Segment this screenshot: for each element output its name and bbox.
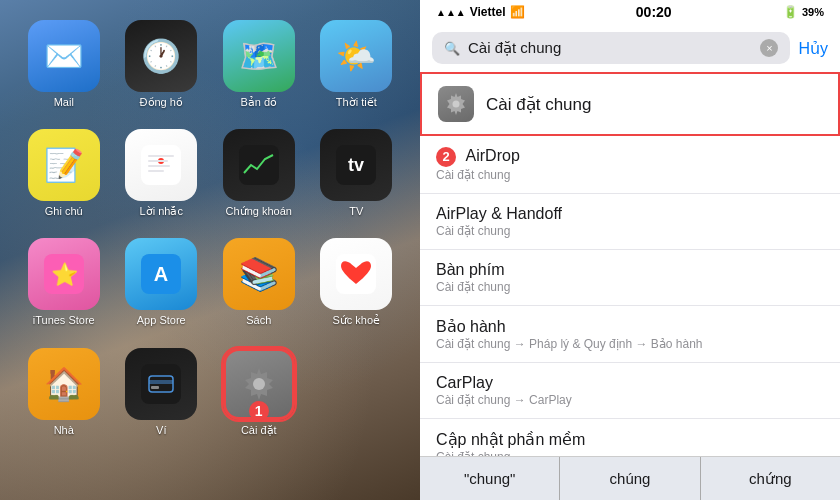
svg-point-19 [253, 378, 265, 390]
carrier-label: Viettel [470, 5, 506, 19]
carplay-subtitle: Cài đặt chung → CarPlay [436, 393, 824, 407]
maps-label: Bản đồ [240, 96, 277, 109]
app-item-health[interactable]: Sức khoẻ [313, 238, 401, 327]
settings-gear-icon [438, 86, 474, 122]
wallet-icon[interactable] [125, 348, 197, 420]
result-row-airplay[interactable]: AirPlay & Handoff Cài đặt chung [420, 194, 840, 250]
search-bar-container: 🔍 Cài đặt chung × Hủy [420, 24, 840, 72]
app-grid: ✉️ Mail 🕐 Đồng hồ 🗺️ Bản đồ 🌤️ Thời tiết… [20, 20, 400, 437]
weather-icon[interactable]: 🌤️ [320, 20, 392, 92]
svg-rect-16 [149, 380, 173, 384]
result-row-warranty[interactable]: Bảo hành Cài đặt chung → Pháp lý & Quy đ… [420, 306, 840, 363]
warranty-title: Bảo hành [436, 317, 824, 336]
tv-icon[interactable]: tv [320, 129, 392, 201]
books-label: Sách [246, 314, 271, 327]
softwareupdate-title: Cập nhật phần mềm [436, 430, 824, 449]
warranty-subtitle: Cài đặt chung → Pháp lý & Quy định → Bảo… [436, 337, 824, 351]
app-item-notes[interactable]: 📝 Ghi chú [20, 129, 108, 218]
results-list: Cài đặt chung 2 AirDrop Cài đặt chung Ai… [420, 72, 840, 456]
app-item-wallet[interactable]: Ví [118, 348, 206, 437]
search-icon: 🔍 [444, 41, 460, 56]
time-display: 00:20 [636, 4, 672, 20]
left-panel: ✉️ Mail 🕐 Đồng hồ 🗺️ Bản đồ 🌤️ Thời tiết… [0, 0, 420, 500]
books-icon[interactable]: 📚 [223, 238, 295, 310]
step1-badge: 1 [249, 401, 269, 421]
svg-point-21 [453, 101, 460, 108]
appstore-icon[interactable]: A [125, 238, 197, 310]
clear-button[interactable]: × [760, 39, 778, 57]
clock-icon[interactable]: 🕐 [125, 20, 197, 92]
result-row-carplay[interactable]: CarPlay Cài đặt chung → CarPlay [420, 363, 840, 419]
kbd-suggestion-0[interactable]: "chung" [420, 457, 560, 500]
svg-text:tv: tv [348, 155, 364, 175]
app-item-reminders[interactable]: Lời nhắc [118, 129, 206, 218]
battery-label: 39% [802, 6, 824, 18]
status-left: ▲▲▲ Viettel 📶 [436, 5, 525, 19]
home-label: Nhà [54, 424, 74, 437]
top-result-label: Cài đặt chung [486, 94, 591, 115]
app-item-mail[interactable]: ✉️ Mail [20, 20, 108, 109]
keyboard-suggestions: "chung" chúng chứng [420, 456, 840, 500]
app-item-stocks[interactable]: Chứng khoán [215, 129, 303, 218]
reminders-icon[interactable] [125, 129, 197, 201]
kbd-suggestion-2[interactable]: chứng [701, 457, 840, 500]
top-result-item[interactable]: Cài đặt chung [420, 72, 840, 136]
svg-text:A: A [154, 263, 168, 285]
health-icon[interactable] [320, 238, 392, 310]
mail-label: Mail [54, 96, 74, 109]
kbd-suggestion-1[interactable]: chúng [560, 457, 700, 500]
cancel-button[interactable]: Hủy [798, 39, 828, 58]
appstore-label: App Store [137, 314, 186, 327]
keyboard-subtitle: Cài đặt chung [436, 280, 824, 294]
stocks-label: Chứng khoán [226, 205, 292, 218]
app-item-settings[interactable]: 1 Cài đặt [215, 348, 303, 437]
weather-label: Thời tiết [336, 96, 377, 109]
status-bar: ▲▲▲ Viettel 📶 00:20 🔋 39% [420, 0, 840, 24]
svg-rect-4 [148, 165, 170, 167]
stocks-icon[interactable] [223, 129, 295, 201]
svg-rect-2 [148, 155, 174, 157]
battery-icon: 🔋 [783, 5, 798, 19]
app-item-appstore[interactable]: A App Store [118, 238, 206, 327]
status-right: 🔋 39% [783, 5, 824, 19]
result-section: 2 AirDrop Cài đặt chung AirPlay & Handof… [420, 136, 840, 456]
health-label: Sức khoẻ [332, 314, 380, 327]
reminders-label: Lời nhắc [140, 205, 183, 218]
settings-label: Cài đặt [241, 424, 277, 437]
home-icon[interactable]: 🏠 [28, 348, 100, 420]
signal-icon: ▲▲▲ [436, 7, 466, 18]
search-value[interactable]: Cài đặt chung [468, 39, 752, 57]
app-item-tv[interactable]: tv TV [313, 129, 401, 218]
right-panel: ▲▲▲ Viettel 📶 00:20 🔋 39% 🔍 Cài đặt chun… [420, 0, 840, 500]
app-item-books[interactable]: 📚 Sách [215, 238, 303, 327]
notes-label: Ghi chú [45, 205, 83, 218]
app-item-maps[interactable]: 🗺️ Bản đồ [215, 20, 303, 109]
airdrop-subtitle: Cài đặt chung [436, 168, 824, 182]
result-row-airdrop[interactable]: 2 AirDrop Cài đặt chung [420, 136, 840, 194]
tv-label: TV [349, 205, 363, 218]
itunes-icon[interactable]: ⭐ [28, 238, 100, 310]
clock-label: Đồng hồ [140, 96, 183, 109]
app-item-home[interactable]: 🏠 Nhà [20, 348, 108, 437]
wallet-label: Ví [156, 424, 166, 437]
app-item-clock[interactable]: 🕐 Đồng hồ [118, 20, 206, 109]
result-row-keyboard[interactable]: Bàn phím Cài đặt chung [420, 250, 840, 306]
search-bar[interactable]: 🔍 Cài đặt chung × [432, 32, 790, 64]
airplay-subtitle: Cài đặt chung [436, 224, 824, 238]
keyboard-title: Bàn phím [436, 261, 824, 279]
settings-icon[interactable]: 1 [223, 348, 295, 420]
svg-rect-17 [151, 386, 159, 389]
airdrop-title: 2 AirDrop [436, 147, 824, 167]
mail-icon[interactable]: ✉️ [28, 20, 100, 92]
step2-badge: 2 [436, 147, 456, 167]
svg-rect-3 [148, 160, 168, 162]
airplay-title: AirPlay & Handoff [436, 205, 824, 223]
app-item-weather[interactable]: 🌤️ Thời tiết [313, 20, 401, 109]
wifi-icon: 📶 [510, 5, 525, 19]
maps-icon[interactable]: 🗺️ [223, 20, 295, 92]
app-item-itunes[interactable]: ⭐ iTunes Store [20, 238, 108, 327]
notes-icon[interactable]: 📝 [28, 129, 100, 201]
svg-text:⭐: ⭐ [50, 261, 78, 288]
result-row-softwareupdate[interactable]: Cập nhật phần mềm Cài đặt chung [420, 419, 840, 456]
carplay-title: CarPlay [436, 374, 824, 392]
